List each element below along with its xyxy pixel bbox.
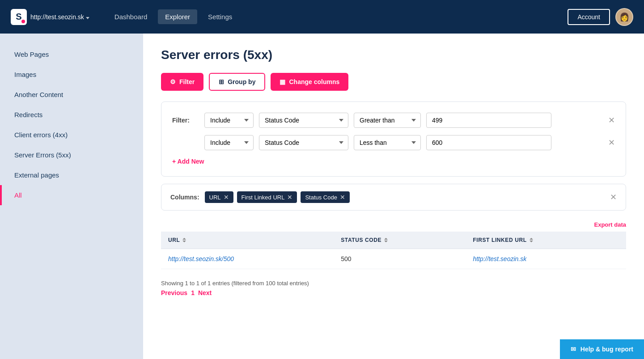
- logo[interactable]: S http://test.seozin.sk: [11, 9, 89, 25]
- sort-icon-first-linked[interactable]: [530, 238, 533, 242]
- td-status-code: 500: [334, 249, 466, 269]
- filter-icon: ⚙: [170, 78, 176, 85]
- table-header-row: URL STATUS CODE: [161, 232, 626, 249]
- filter-label: Filter:: [172, 117, 199, 124]
- remove-column-status-code[interactable]: ✕: [340, 194, 345, 201]
- pagination-nav: Previous 1 Next: [161, 289, 626, 296]
- group-by-icon: ⊞: [219, 78, 224, 85]
- columns-icon: ▦: [280, 78, 285, 85]
- change-columns-button[interactable]: ▦ Change columns: [271, 73, 348, 91]
- sidebar: Web Pages Images Another Content Redirec…: [0, 34, 143, 359]
- columns-panel: Columns: URL ✕ First Linked URL ✕ Status…: [161, 184, 626, 211]
- filter-button[interactable]: ⚙ Filter: [161, 73, 203, 91]
- export-data-button[interactable]: Export data: [594, 221, 626, 228]
- sidebar-item-all[interactable]: All: [0, 185, 143, 205]
- nav-explorer[interactable]: Explorer: [158, 9, 197, 24]
- remove-column-first-linked-url[interactable]: ✕: [287, 194, 292, 201]
- page-title: Server errors (5xx): [161, 48, 626, 62]
- filter-close-2[interactable]: ✕: [608, 138, 615, 148]
- td-first-linked-url: http://test.seozin.sk: [466, 249, 626, 269]
- group-by-button[interactable]: ⊞ Group by: [209, 73, 265, 91]
- columns-panel-close[interactable]: ✕: [610, 192, 617, 202]
- logo-dot: [21, 20, 25, 23]
- sidebar-item-external-pages[interactable]: External pages: [0, 165, 143, 185]
- main-content: Server errors (5xx) ⚙ Filter ⊞ Group by …: [143, 34, 644, 359]
- th-url: URL: [161, 232, 334, 249]
- sidebar-item-server-errors[interactable]: Server Errors (5xx): [0, 145, 143, 165]
- filter-field-select-2[interactable]: Status Code URL First Linked URL: [259, 135, 348, 150]
- chevron-down-icon: [86, 13, 89, 21]
- column-tag-url: URL ✕: [205, 191, 233, 203]
- filter-value-input-2[interactable]: [426, 135, 551, 150]
- help-bug-report-button[interactable]: ✉ Help & bug report: [560, 339, 644, 359]
- account-button[interactable]: Account: [568, 9, 610, 25]
- filter-panel: Filter: Include Exclude Status Code URL …: [161, 101, 626, 177]
- filter-close-1[interactable]: ✕: [608, 115, 615, 125]
- navbar-right: Account 👩: [568, 8, 633, 26]
- filter-operator-select-2[interactable]: Less than Greater than Equals Contains: [354, 135, 421, 150]
- pagination-next[interactable]: Next: [198, 289, 212, 296]
- logo-icon: S: [11, 9, 27, 25]
- app-layout: Web Pages Images Another Content Redirec…: [0, 34, 644, 359]
- pagination-info: Showing 1 to 1 of 1 entries (filtered fr…: [161, 280, 626, 287]
- filter-include-select-2[interactable]: Include Exclude: [204, 135, 254, 150]
- first-linked-url-link[interactable]: http://test.seozin.sk: [473, 255, 526, 262]
- filter-row-2: Include Exclude Status Code URL First Li…: [172, 135, 615, 150]
- th-status-code: STATUS CODE: [334, 232, 466, 249]
- toolbar: ⚙ Filter ⊞ Group by ▦ Change columns: [161, 73, 626, 91]
- filter-include-select-1[interactable]: Include Exclude: [204, 113, 254, 128]
- sidebar-item-another-content[interactable]: Another Content: [0, 84, 143, 105]
- column-tag-status-code: Status Code ✕: [301, 191, 350, 203]
- add-new-filter-button[interactable]: + Add New: [172, 158, 204, 165]
- data-table: URL STATUS CODE: [161, 232, 626, 269]
- sidebar-item-images[interactable]: Images: [0, 64, 143, 84]
- pagination-page-1[interactable]: 1: [191, 289, 195, 296]
- site-url[interactable]: http://test.seozin.sk: [30, 13, 89, 21]
- filter-operator-select-1[interactable]: Greater than Less than Equals Contains: [354, 113, 421, 128]
- columns-tags: URL ✕ First Linked URL ✕ Status Code ✕: [205, 191, 605, 203]
- filter-field-select-1[interactable]: Status Code URL First Linked URL: [259, 113, 348, 128]
- navbar: S http://test.seozin.sk Dashboard Explor…: [0, 0, 644, 34]
- nav-settings[interactable]: Settings: [201, 9, 239, 24]
- filter-row-1: Filter: Include Exclude Status Code URL …: [172, 113, 615, 128]
- sort-icon-status[interactable]: [384, 238, 388, 242]
- td-url: http://test.seozin.sk/500: [161, 249, 334, 269]
- url-link[interactable]: http://test.seozin.sk/500: [168, 255, 234, 262]
- nav-dashboard[interactable]: Dashboard: [107, 9, 154, 24]
- sidebar-item-redirects[interactable]: Redirects: [0, 105, 143, 125]
- sidebar-item-client-errors[interactable]: Client errors (4xx): [0, 125, 143, 145]
- filter-value-input-1[interactable]: [426, 113, 551, 128]
- nav-links: Dashboard Explorer Settings: [107, 9, 568, 24]
- column-tag-first-linked-url: First Linked URL ✕: [237, 191, 297, 203]
- envelope-icon: ✉: [571, 346, 576, 353]
- table-row: http://test.seozin.sk/500 500 http://tes…: [161, 249, 626, 269]
- avatar[interactable]: 👩: [615, 8, 633, 26]
- sidebar-item-web-pages[interactable]: Web Pages: [0, 44, 143, 64]
- pagination-previous[interactable]: Previous: [161, 289, 187, 296]
- export-row: Export data: [161, 221, 626, 228]
- columns-label: Columns:: [170, 194, 199, 201]
- remove-column-url[interactable]: ✕: [224, 194, 229, 201]
- sort-icon-url[interactable]: [182, 238, 186, 242]
- th-first-linked-url: FIRST LINKED URL: [466, 232, 626, 249]
